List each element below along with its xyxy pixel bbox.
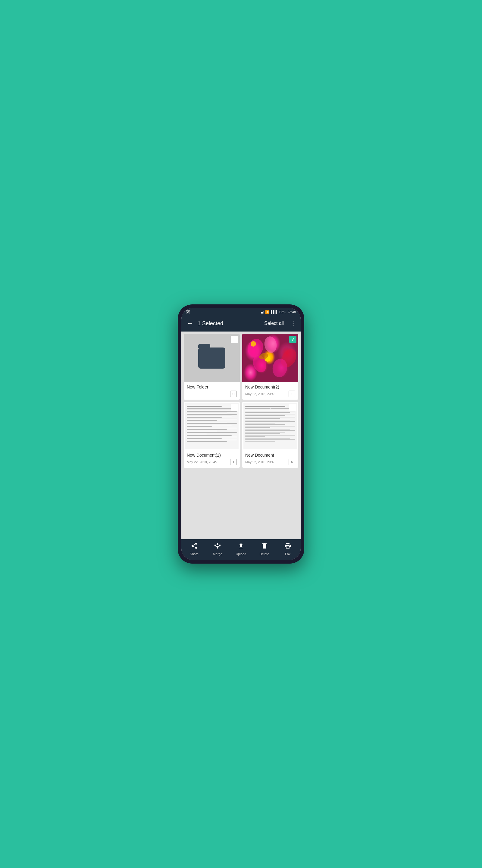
doc-line [245, 418, 280, 419]
doc-line [245, 439, 295, 440]
doc0-title: New Document [245, 453, 295, 458]
share-button[interactable]: Share [183, 542, 206, 556]
doc-line [245, 415, 285, 416]
folder-title: New Folder [187, 384, 237, 390]
doc-line [187, 425, 232, 425]
upload-button[interactable]: Upload [229, 542, 253, 556]
items-grid: New Folder 0 [184, 334, 298, 468]
doc-line [245, 438, 290, 438]
grid-item-doc0[interactable]: New Document May 22, 2018, 23:45 6 [242, 402, 298, 468]
doc-header-line [187, 406, 222, 407]
doc-line [187, 440, 237, 440]
doc-line [245, 421, 295, 422]
doc-line [245, 433, 280, 434]
grid-item-folder[interactable]: New Folder 0 [184, 334, 240, 400]
folder-thumbnail [184, 334, 240, 382]
doc-line [187, 412, 227, 413]
doc-line [187, 418, 237, 419]
wifi-icon: 📶 [265, 310, 269, 314]
doc0-thumbnail [242, 402, 298, 450]
doc-line [245, 417, 295, 417]
doc-line [245, 427, 270, 428]
time-display: 23:48 [287, 310, 296, 314]
doc1-thumbnail [184, 402, 240, 450]
share-label: Share [190, 552, 198, 556]
doc-line [187, 432, 237, 433]
doc-line [187, 423, 237, 424]
folder-info: New Folder 0 [184, 382, 240, 400]
merge-label: Merge [213, 552, 222, 556]
doc0-checkbox[interactable] [289, 404, 296, 411]
doc-line [245, 432, 285, 433]
phone-frame: 🖼 ⬓ 📶 ▌▌▌ 62% 23:48 ← 1 Selected Select … [178, 304, 304, 564]
status-right: ⬓ 📶 ▌▌▌ 62% 23:48 [261, 310, 296, 314]
doc-line [245, 426, 295, 427]
doc1-checkbox[interactable] [231, 404, 238, 411]
doc-line [187, 426, 212, 427]
doc-line [245, 423, 275, 424]
doc-line [187, 411, 237, 412]
grid-item-doc2[interactable]: ✓ New Document(2) May 22, 2018, 23:46 1 [242, 334, 298, 400]
doc2-date: May 22, 2018, 23:46 [245, 392, 275, 396]
bottom-bar: Share Merge Upload [181, 539, 301, 560]
doc-line [187, 437, 237, 437]
doc-line [245, 411, 295, 411]
doc2-checkbox[interactable]: ✓ [289, 336, 296, 343]
folder-count: 0 [230, 391, 237, 397]
doc1-count: 1 [230, 459, 237, 465]
image-icon: 🖼 [186, 310, 190, 314]
doc2-title: New Document(2) [245, 384, 295, 390]
folder-icon [198, 347, 225, 369]
delete-button[interactable]: Delete [253, 542, 276, 556]
grid-item-doc1[interactable]: New Document(1) May 22, 2018, 23:45 1 [184, 402, 240, 468]
doc-line [187, 420, 217, 421]
doc0-date: May 22, 2018, 23:45 [245, 460, 275, 464]
doc-line [187, 429, 227, 430]
content-area: New Folder 0 [181, 332, 301, 539]
delete-icon [261, 542, 268, 551]
doc-line [187, 438, 222, 439]
doc-line [187, 422, 227, 422]
share-icon [191, 542, 198, 551]
doc2-count: 1 [289, 391, 295, 397]
select-all-button[interactable]: Select all [264, 321, 284, 326]
doc2-thumbnail: ✓ [242, 334, 298, 382]
doc-line [187, 414, 237, 415]
doc-line [187, 428, 237, 428]
selection-count: 1 Selected [198, 320, 261, 327]
doc-line [245, 414, 295, 414]
fax-button[interactable]: Fax [276, 542, 299, 556]
delete-label: Delete [260, 552, 269, 556]
folder-checkbox[interactable] [231, 336, 238, 343]
doc-header-line [245, 406, 285, 407]
more-menu-button[interactable]: ⋮ [290, 319, 296, 327]
doc-line [187, 408, 237, 409]
signal-icon: ▌▌▌ [271, 310, 278, 314]
upload-icon [237, 542, 245, 551]
doc-line [187, 441, 227, 442]
doc-line [245, 412, 290, 413]
doc1-title: New Document(1) [187, 453, 237, 458]
doc1-date: May 22, 2018, 23:45 [187, 460, 217, 464]
app-bar: ← 1 Selected Select all ⋮ [181, 315, 301, 332]
doc-line [245, 435, 295, 435]
doc1-info: New Document(1) May 22, 2018, 23:45 1 [184, 450, 240, 468]
doc-line [187, 417, 222, 418]
doc-line [245, 424, 285, 425]
folder-meta: 0 [187, 391, 237, 397]
fax-label: Fax [285, 552, 290, 556]
doc-line [245, 429, 290, 430]
fax-icon [284, 542, 291, 551]
doc0-info: New Document May 22, 2018, 23:45 6 [242, 450, 298, 468]
status-left: 🖼 [186, 310, 190, 314]
back-button[interactable]: ← [186, 318, 195, 329]
doc2-meta: May 22, 2018, 23:46 1 [245, 391, 295, 397]
doc0-meta: May 22, 2018, 23:45 6 [245, 459, 295, 465]
doc0-count: 6 [289, 459, 295, 465]
merge-button[interactable]: Merge [206, 542, 230, 556]
battery-text: 62% [279, 310, 286, 314]
status-bar: 🖼 ⬓ 📶 ▌▌▌ 62% 23:48 [181, 308, 301, 315]
doc-line [187, 431, 217, 431]
doc-line [245, 441, 275, 441]
doc2-info: New Document(2) May 22, 2018, 23:46 1 [242, 382, 298, 400]
